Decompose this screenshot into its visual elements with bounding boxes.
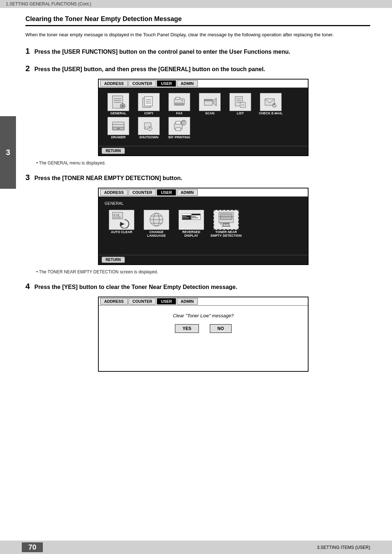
svg-rect-17 [204,99,212,101]
no-button[interactable]: NO [210,324,232,333]
bottom-bar-text: 3.SETTING ITEMS (USER) [317,545,370,550]
icon-list-label: LIST [237,112,244,115]
screen1-toolbar: ADDRESS COUNTER USER ADMIN [99,80,308,88]
icon-drawer-box [107,117,129,135]
screen2-icon-grid: 8"×8" C1×D○ AUTO CLEAR [102,208,304,239]
svg-text:TONER: TONER [220,222,230,225]
gen-reversed-display[interactable]: REVERSED REVERSED DISPLAY [175,210,208,238]
gen-reversed-display-box: REVERSED [179,210,204,230]
step-2: 2 Press the [USER] button, and then pres… [25,63,370,166]
page-number: 70 [22,542,43,552]
screen1-tab-counter[interactable]: COUNTER [128,80,156,87]
screen2-tab-admin[interactable]: ADMIN [177,189,198,196]
screen3-tab-user[interactable]: USER [157,298,176,305]
step-4: 4 Press the [YES] button to clear the To… [25,281,370,372]
screen3-toolbar: ADDRESS COUNTER USER ADMIN [99,297,308,306]
icon-check-email[interactable]: CHECK E-MAIL [256,93,285,115]
screen1-footer: RETURN [99,146,308,155]
step-3: 3 Press the [TONER NEAR EMPTY DETECTION]… [25,172,370,274]
screen3-tab-counter[interactable]: COUNTER [128,298,156,305]
section-title: Clearing the Toner Near Empty Detection … [25,15,370,26]
gen-auto-clear-label: AUTO CLEAR [111,231,132,234]
screen1-tab-address[interactable]: ADDRESS [100,80,128,87]
gen-auto-clear[interactable]: 8"×8" C1×D○ AUTO CLEAR [105,210,138,238]
screen2-tab-counter[interactable]: COUNTER [128,189,156,196]
svg-rect-29 [117,128,120,129]
svg-rect-52 [182,217,189,218]
icon-drawer-label: DRAWER [111,136,126,139]
step-1: 1 Press the [USER FUNCTIONS] button on t… [25,46,370,57]
icon-fax[interactable]: FAX [165,93,194,115]
screen1-body: GENERAL [99,88,308,146]
screen2-tab-user[interactable]: USER [157,189,176,196]
icon-list[interactable]: LIST [226,93,255,115]
yes-button[interactable]: YES [175,324,199,333]
icon-copy-box [138,93,160,111]
step-4-label: 4 Press the [YES] button to clear the To… [25,281,370,292]
confirm-text: Clear "Toner Low" message? [173,313,234,318]
screen2-container: ADDRESS COUNTER USER ADMIN GENERAL 8"×8" [36,188,370,265]
screen2-breadcrumb: GENERAL [102,200,304,206]
step-3-label: 3 Press the [TONER NEAR EMPTY DETECTION]… [25,172,370,183]
gen-change-language-box [144,210,169,230]
screen3-container: ADDRESS COUNTER USER ADMIN Clear "Toner … [36,297,370,372]
icon-scan[interactable]: SCAN [195,93,224,115]
step-2-label: 2 Press the [USER] button, and then pres… [25,63,370,74]
gen-toner-detection-label: TONER NEAR EMPTY DETECTION [210,231,242,238]
icon-shutdown-box [138,117,160,135]
icon-shutdown[interactable]: SHUTDOWN [134,117,163,139]
svg-marker-43 [120,222,124,226]
svg-rect-36 [176,121,181,124]
screen2-footer: RETURN [99,255,308,264]
screen3-tab-address[interactable]: ADDRESS [100,298,128,305]
screen1-tab-admin[interactable]: ADMIN [177,80,198,87]
svg-text:REVERSED: REVERSED [184,221,200,224]
svg-rect-55 [192,216,196,217]
svg-rect-14 [175,103,183,105]
icon-bfprinting-box: )))) [168,117,190,135]
icon-shutdown-label: SHUTDOWN [139,136,159,139]
step-3-note: The TONER NEAR EMPTY DETECTION screen is… [36,269,370,274]
gen-toner-detection[interactable]: TONER TONER NEAR EMPTY DETECTION [210,210,242,238]
intro-text: When the toner near empty message is dis… [25,31,370,38]
screen3-tab-admin[interactable]: ADMIN [177,298,198,305]
icon-scan-box [199,93,221,111]
return-button-2[interactable]: RETURN [102,257,125,263]
gen-toner-detection-box: TONER [213,210,239,230]
icon-check-email-box [260,93,282,111]
icon-bfprinting[interactable]: )))) B/F PRINTING [165,117,194,139]
svg-rect-50 [182,214,191,215]
icon-general[interactable]: GENERAL [104,93,133,115]
icon-bfprinting-label: B/F PRINTING [168,136,190,139]
svg-rect-54 [192,214,200,215]
screen1: ADDRESS COUNTER USER ADMIN [98,79,309,156]
icon-general-label: GENERAL [110,112,126,115]
screen1-tab-user[interactable]: USER [157,80,176,87]
svg-rect-51 [182,216,187,217]
screen1-container: ADDRESS COUNTER USER ADMIN [36,79,370,156]
icon-copy-label: COPY [144,112,154,115]
gen-auto-clear-box: 8"×8" C1×D○ [109,210,134,230]
bottom-bar: 70 3.SETTING ITEMS (USER) [0,541,392,554]
screen1-icon-grid: GENERAL [102,91,304,141]
screen3-body: Clear "Toner Low" message? YES NO [99,306,308,371]
confirm-buttons: YES NO [175,324,232,333]
step-1-label: 1 Press the [USER FUNCTIONS] button on t… [25,46,370,57]
svg-rect-22 [240,102,245,107]
gen-reversed-display-label: REVERSED DISPLAY [175,231,208,238]
step-2-note: The GENERAL menu is displayed. [36,160,370,166]
screen2-toolbar: ADDRESS COUNTER USER ADMIN [99,188,308,197]
icon-copy[interactable]: COPY [134,93,163,115]
return-button-1[interactable]: RETURN [102,148,125,154]
icon-general-box [107,93,129,111]
icon-scan-label: SCAN [205,112,215,115]
screen2-tab-address[interactable]: ADDRESS [100,189,128,196]
icon-drawer[interactable]: DRAWER [104,117,133,139]
svg-rect-13 [176,97,180,99]
svg-point-15 [181,100,183,101]
icon-fax-box [168,93,190,111]
screen2: ADDRESS COUNTER USER ADMIN GENERAL 8"×8" [98,188,309,265]
svg-text:C1×D○: C1×D○ [114,216,122,219]
gen-change-language-label: CHANGE LANGUAGE [140,231,173,238]
gen-change-language[interactable]: CHANGE LANGUAGE [140,210,173,238]
